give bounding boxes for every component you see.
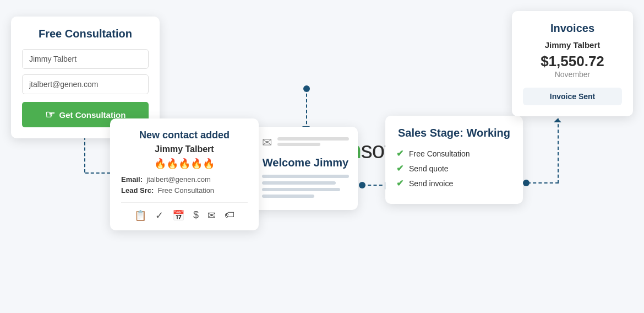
- contact-email-field: Email: jtalbert@genen.com: [121, 175, 248, 184]
- consultation-title: Free Consultation: [22, 28, 149, 40]
- checklist-label-2: Send quote: [409, 164, 449, 173]
- envelope-icon: ✉: [262, 136, 272, 150]
- checklist-label-3: Send invoice: [409, 179, 453, 188]
- checklist-item-2: ✔ Send quote: [396, 163, 512, 174]
- email-header-lines: [277, 137, 349, 148]
- notes-icon[interactable]: 📋: [134, 209, 146, 222]
- email-input[interactable]: [22, 74, 149, 94]
- contact-card: New contact added Jimmy Talbert 🔥🔥🔥🔥🔥 Em…: [110, 118, 259, 230]
- checklist-item-3: ✔ Send invoice: [396, 178, 512, 188]
- arrow-h3: [362, 185, 388, 186]
- email-line-2: [277, 143, 320, 146]
- body-line-3: [262, 188, 340, 191]
- invoice-month: November: [523, 70, 622, 79]
- email-header-row: ✉: [262, 136, 349, 150]
- invoice-status: Invoice Sent: [523, 88, 622, 105]
- email-icon[interactable]: ✉: [208, 209, 216, 222]
- body-line-2: [262, 181, 336, 185]
- body-line-1: [262, 175, 349, 178]
- email-welcome-text: Welcome Jimmy: [262, 156, 349, 169]
- dot4: [523, 180, 530, 186]
- tag-icon[interactable]: 🏷: [225, 209, 234, 222]
- check-icon[interactable]: ✓: [155, 209, 163, 222]
- check-icon-2: ✔: [396, 163, 403, 174]
- hand-cursor-icon: ☞: [45, 108, 55, 121]
- body-line-4: [262, 195, 314, 198]
- calendar-icon[interactable]: 📅: [172, 209, 184, 222]
- name-input[interactable]: [22, 49, 149, 69]
- invoices-card: Invoices Jimmy Talbert $1,550.72 Novembe…: [512, 11, 633, 116]
- sales-stage-card: Sales Stage: Working ✔ Free Consultation…: [385, 116, 523, 204]
- dollar-icon[interactable]: $: [193, 209, 199, 222]
- arrow-v2-down: [306, 88, 307, 129]
- checklist-item-1: ✔ Free Consultation: [396, 148, 512, 159]
- flame-rating: 🔥🔥🔥🔥🔥: [121, 158, 248, 170]
- dot2: [303, 85, 310, 92]
- checklist-label-1: Free Consultation: [409, 149, 470, 158]
- contact-card-title: New contact added: [121, 129, 248, 141]
- contact-name: Jimmy Talbert: [121, 144, 248, 154]
- arrow-v4-up: [558, 118, 559, 184]
- check-icon-1: ✔: [396, 148, 403, 159]
- contact-lead-field: Lead Src: Free Consultation: [121, 186, 248, 195]
- contact-action-icons: 📋 ✓ 📅 $ ✉ 🏷: [121, 202, 248, 222]
- sales-stage-title: Sales Stage: Working: [396, 127, 512, 139]
- invoice-amount: $1,550.72: [523, 53, 622, 70]
- invoice-name: Jimmy Talbert: [523, 40, 622, 50]
- email-line-1: [277, 137, 349, 141]
- invoices-title: Invoices: [523, 22, 622, 35]
- dot3: [359, 182, 365, 188]
- email-card: ✉ Welcome Jimmy: [253, 127, 358, 210]
- check-icon-3: ✔: [396, 178, 403, 188]
- email-body: [262, 175, 349, 198]
- arrow-h4-right: [527, 182, 559, 184]
